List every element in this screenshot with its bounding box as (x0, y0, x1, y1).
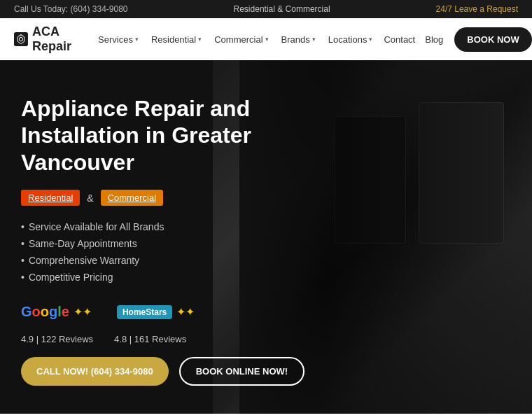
phone-label[interactable]: Call Us Today: (604) 334-9080 (14, 4, 128, 14)
book-online-button[interactable]: BOOK ONLINE NOW! (179, 357, 304, 386)
commercial-badge[interactable]: Commercial (101, 190, 163, 206)
book-now-button[interactable]: BOOK NOW (454, 27, 531, 52)
chevron-down-icon: ▾ (135, 36, 139, 43)
list-item: Comprehensive Warranty (21, 255, 273, 266)
list-item: Competitive Pricing (21, 272, 273, 283)
chevron-down-icon: ▾ (369, 36, 372, 43)
chevron-down-icon: ▾ (312, 36, 316, 43)
hero-badges: Residential & Commercial (21, 190, 273, 206)
homestars-rating: HomeStars ✦✦ (117, 305, 195, 319)
logo-icon (14, 29, 28, 50)
nav-brands[interactable]: Brands ▾ (276, 30, 321, 49)
nav-blog[interactable]: Blog (421, 30, 447, 49)
nav-links: Services ▾ Residential ▾ Commercial ▾ Br… (92, 30, 447, 49)
stars-icon: ✦✦ (74, 305, 92, 318)
google-score: 4.9 | 122 Reviews (21, 334, 93, 344)
navbar: ACA Repair Services ▾ Residential ▾ Comm… (0, 18, 532, 60)
google-logo: Google (21, 304, 69, 320)
service-type-label: Residential & Commercial (234, 4, 330, 14)
hero-title: Appliance Repair and Installation in Gre… (21, 95, 273, 176)
nav-services[interactable]: Services ▾ (92, 30, 144, 49)
top-bar: Call Us Today: (604) 334-9080 Residentia… (0, 0, 532, 18)
nav-contact[interactable]: Contact (379, 30, 419, 49)
cta-buttons: CALL NOW! (604) 334-9080 BOOK ONLINE NOW… (21, 357, 273, 386)
call-now-button[interactable]: CALL NOW! (604) 334-9080 (21, 357, 169, 386)
ampersand-separator: & (87, 192, 93, 204)
hero-section: Appliance Repair and Installation in Gre… (0, 60, 532, 414)
chevron-down-icon: ▾ (265, 36, 269, 43)
logo-text: ACA Repair (32, 24, 78, 54)
chevron-down-icon: ▾ (198, 36, 202, 43)
ratings-section: Google ✦✦ HomeStars ✦✦ (21, 304, 273, 320)
homestars-badge: HomeStars (117, 305, 172, 319)
list-item: Service Available for All Brands (21, 221, 273, 232)
logo[interactable]: ACA Repair (14, 24, 78, 54)
residential-badge[interactable]: Residential (21, 190, 80, 206)
list-item: Same-Day Appointments (21, 238, 273, 249)
stars-icon: ✦✦ (176, 305, 195, 318)
nav-locations[interactable]: Locations ▾ (323, 30, 379, 49)
google-rating: Google ✦✦ (21, 304, 96, 320)
nav-residential[interactable]: Residential ▾ (146, 30, 207, 49)
leave-request-label[interactable]: 24/7 Leave a Request (436, 4, 518, 14)
hero-content: Appliance Repair and Installation in Gre… (0, 60, 294, 414)
homestars-score: 4.8 | 161 Reviews (114, 334, 186, 344)
feature-list: Service Available for All Brands Same-Da… (21, 221, 273, 283)
nav-commercial[interactable]: Commercial ▾ (209, 30, 274, 49)
